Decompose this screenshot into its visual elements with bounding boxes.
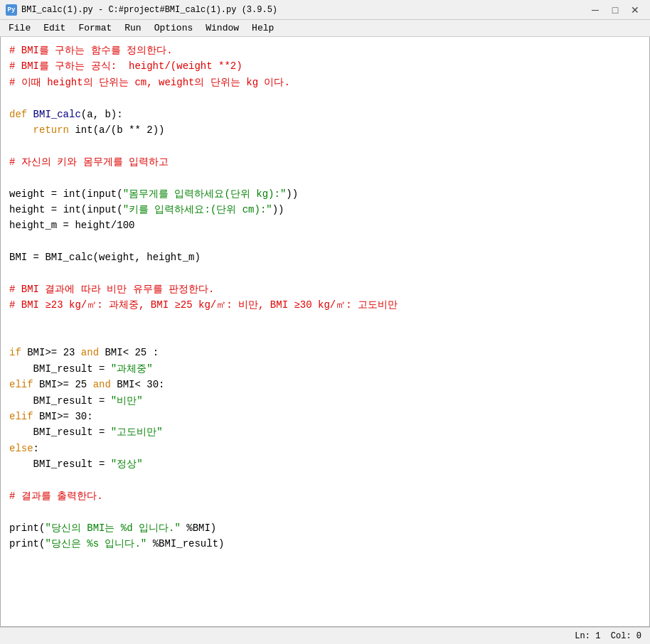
code-line: height = int(input("키를 입력하세요:(단위 cm):"))	[9, 202, 641, 218]
code-editor[interactable]: # BMI를 구하는 함수를 정의한다.# BMI를 구하는 공식: heigh…	[0, 37, 650, 627]
window-title: BMI_calc(1).py - C:#project#BMI_calc(1).…	[21, 5, 277, 15]
code-line: BMI_result = "고도비만"	[9, 424, 641, 440]
code-line: elif BMI>= 25 and BMI< 30:	[9, 377, 641, 392]
code-line	[9, 138, 641, 154]
menu-format[interactable]: Format	[73, 21, 117, 35]
code-line: BMI_result = "정상"	[9, 456, 641, 472]
code-line	[9, 265, 641, 281]
menu-options[interactable]: Options	[149, 21, 199, 35]
menu-run[interactable]: Run	[119, 21, 146, 35]
minimize-button[interactable]: ─	[586, 3, 604, 17]
menu-window[interactable]: Window	[200, 21, 245, 35]
code-line	[9, 90, 641, 106]
title-bar-left: Py BMI_calc(1).py - C:#project#BMI_calc(…	[6, 4, 277, 16]
code-line: # BMI를 구하는 공식: height/(weight **2)	[9, 58, 641, 74]
code-line: if BMI>= 23 and BMI< 25 :	[9, 345, 641, 360]
code-line: def BMI_calc(a, b):	[9, 107, 641, 122]
code-line: height_m = height/100	[9, 218, 641, 233]
code-line: BMI_result = "비만"	[9, 393, 641, 409]
code-line: # BMI 결과에 따라 비만 유무를 판정한다.	[9, 281, 641, 297]
menu-edit[interactable]: Edit	[38, 21, 71, 35]
code-line: BMI = BMI_calc(weight, height_m)	[9, 249, 641, 265]
menu-bar: File Edit Format Run Options Window Help	[0, 20, 650, 37]
code-line: weight = int(input("몸무게를 입력하세요(단위 kg):")…	[9, 186, 641, 202]
code-line: # 결과를 출력한다.	[9, 488, 641, 504]
code-line	[9, 504, 641, 520]
close-button[interactable]: ✕	[626, 3, 644, 17]
code-line: else:	[9, 441, 641, 456]
code-line	[9, 234, 641, 249]
title-bar-controls: ─ □ ✕	[586, 3, 644, 17]
code-line: elif BMI>= 30:	[9, 409, 641, 424]
code-line: BMI_result = "과체중"	[9, 361, 641, 377]
code-line: # BMI를 구하는 함수를 정의한다.	[9, 43, 641, 58]
app-icon: Py	[6, 4, 17, 16]
code-line	[9, 473, 641, 488]
code-line: print("당신은 %s 입니다." %BMI_result)	[9, 536, 641, 552]
code-line: print("당신의 BMI는 %d 입니다." %BMI)	[9, 520, 641, 536]
code-line	[9, 170, 641, 186]
code-line: return int(a/(b ** 2))	[9, 122, 641, 138]
title-bar: Py BMI_calc(1).py - C:#project#BMI_calc(…	[0, 0, 650, 20]
code-line	[9, 329, 641, 345]
menu-help[interactable]: Help	[246, 21, 279, 35]
code-line: # 자신의 키와 몸무게를 입력하고	[9, 154, 641, 170]
code-line: # BMI ≥23 kg/㎡: 과체중, BMI ≥25 kg/㎡: 비만, B…	[9, 297, 641, 313]
menu-file[interactable]: File	[3, 21, 36, 35]
code-line	[9, 313, 641, 329]
maximize-button[interactable]: □	[606, 3, 624, 17]
status-position: Ln: 1 Col: 0	[575, 631, 641, 641]
status-bar: Ln: 1 Col: 0	[0, 627, 650, 644]
code-line: # 이때 height의 단위는 cm, weight의 단위는 kg 이다.	[9, 75, 641, 90]
